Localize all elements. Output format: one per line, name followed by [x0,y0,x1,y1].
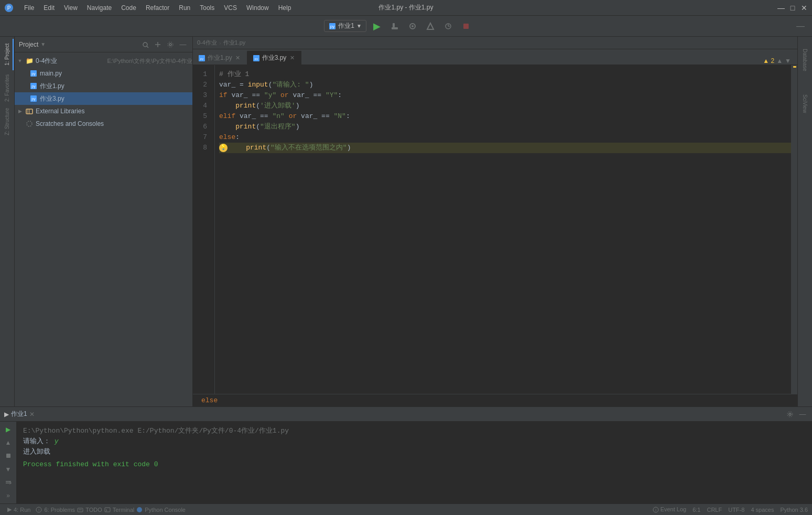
status-problems-button[interactable]: ! 6: Problems [36,507,75,513]
collapse-panel-button[interactable]: — [178,39,188,50]
code-token: "输入不在选项范围之内" [270,143,347,153]
menu-edit[interactable]: Edit [39,3,59,13]
scroll-up-button[interactable]: ▲ [3,437,14,448]
project-panel-actions: — [140,39,188,50]
python-version[interactable]: Python 3.6 [780,507,808,513]
code-editor[interactable]: # 作业 1 var_ = input ( "请输入: " ) if var_ … [215,65,797,394]
run-output-panel[interactable]: E:\Python\Python\python.exe E:/Python/文件… [17,422,812,503]
sidebar-item-favorites[interactable]: 2: Favorites [1,72,14,104]
tree-item-scratches[interactable]: ▶ Scratches and Consoles [15,117,192,130]
expand-all-button[interactable] [153,39,163,50]
debug-button[interactable] [405,19,420,34]
editor-warning-bar: ▲ 2 ▲ ▼ [763,57,797,65]
tree-item-homework3-py[interactable]: py 作业3.py [15,92,192,105]
run-settings-button[interactable] [785,409,795,420]
rerun-button[interactable]: ▶ [3,424,14,435]
library-icon [25,107,34,115]
run-button[interactable]: ▶ [370,19,384,34]
menu-help[interactable]: Help [274,3,296,13]
tab-close-button[interactable]: ✕ [234,55,242,62]
warning-nav-down[interactable]: ▼ [785,57,791,65]
run-icon: ▶ [7,506,12,513]
menu-window[interactable]: Window [242,3,273,13]
maximize-window-button[interactable]: □ [789,4,796,12]
tab-homework1-py[interactable]: py 作业1.py ✕ [193,51,247,65]
scroll-down-button[interactable]: ▼ [3,464,14,475]
line-separator[interactable]: CRLF [707,507,722,513]
tree-item-main-py[interactable]: py main.py [15,67,192,80]
svg-text:py: py [330,24,334,29]
bottom-panel-content: ▶ ▲ ▼ » E:\Python\Python\python.exe E:/P… [0,422,812,503]
build-button[interactable] [387,19,402,34]
profile-button[interactable] [441,19,456,34]
run-tab-close-button[interactable]: ✕ [29,411,35,418]
tree-item-homework1-py[interactable]: py 作业1.py [15,80,192,92]
locate-file-button[interactable] [140,39,150,50]
settings-button[interactable] [165,39,176,50]
run-configuration-selector[interactable]: py 作业1 ▼ [324,20,366,32]
indent-setting[interactable]: 4 spaces [751,507,774,513]
run-with-coverage-button[interactable] [423,19,438,34]
file-encoding[interactable]: UTF-8 [728,507,744,513]
sciview-tab[interactable]: SciView [799,83,811,125]
project-panel-title: Project ▼ [19,41,46,48]
line-number-8: 8 [193,143,210,153]
code-token: else [219,132,235,143]
python-tab-icon: py [253,55,260,62]
svg-point-12 [143,42,147,47]
tree-item-label: main.py [40,70,192,77]
more-options-button[interactable]: » [3,490,14,501]
code-line-6: print ( "退出程序" ) [219,122,793,132]
sidebar-item-structure[interactable]: Z: Structure [1,106,14,137]
breadcrumb-root[interactable]: 0-4作业 [197,39,217,47]
code-token [230,143,246,153]
sidebar-item-project[interactable]: 1: Project [1,39,14,70]
python-file-icon: py [29,82,38,90]
svg-text:py: py [31,97,36,101]
menu-file[interactable]: File [20,3,38,13]
stop-button[interactable] [459,19,473,34]
status-run-button[interactable]: ▶ 4: Run [4,506,34,513]
menu-run[interactable]: Run [175,3,194,13]
status-terminal-button[interactable]: Terminal [104,507,135,513]
event-log-button[interactable]: i Event Log [653,506,687,513]
menu-tools[interactable]: Tools [196,3,219,13]
tree-item-label: 作业3.py [40,94,192,103]
menu-view[interactable]: View [60,3,82,13]
window-title: 作业1.py - 作业1.py [378,3,433,12]
run-panel-label: ▶ 作业1 ✕ [4,410,35,419]
menu-refactor[interactable]: Refactor [142,3,174,13]
warning-bulb-icon[interactable]: 💡 [219,144,228,152]
warning-nav-up[interactable]: ▲ [776,57,783,65]
tree-root-item[interactable]: ▼ 📁 0-4作业 E:\Python\文件夹\Py文件\0-4作业 [15,55,192,67]
database-tab[interactable]: Database [799,39,811,81]
minimize-panel-button[interactable]: — [793,19,808,34]
tab-close-button[interactable]: ✕ [288,55,296,62]
code-token: == [309,90,326,101]
python-file-icon: py [29,69,38,78]
tree-item-external-libs[interactable]: ▶ External Libraries [15,105,192,117]
code-token: : [338,90,342,101]
tab-homework3-py[interactable]: py 作业3.py ✕ [247,51,302,65]
tree-expand-icon: ▼ [17,58,23,64]
title-bar-left: P File Edit View Navigate Code Refactor … [4,3,295,13]
editor-content: 1 2 3 4 5 6 7 8 # 作业 1 var_ = input [193,65,797,394]
line-numbers-gutter: 1 2 3 4 5 6 7 8 [193,65,215,394]
line-number-1: 1 [193,69,210,80]
menu-code[interactable]: Code [117,3,140,13]
editor-vertical-scrollbar[interactable] [791,65,797,394]
left-panel-tabs: 1: Project 2: Favorites Z: Structure [0,37,15,406]
close-run-panel-button[interactable]: — [797,409,808,420]
status-terminal-label: Terminal [113,507,135,513]
status-python-console-button[interactable]: Python Console [136,507,186,513]
status-todo-button[interactable]: TODO [77,507,102,513]
project-dropdown-icon[interactable]: ▼ [40,41,46,47]
stop-run-button[interactable] [3,450,14,462]
menu-navigate[interactable]: Navigate [83,3,116,13]
bottom-panel: ▶ 作业1 ✕ — ▶ ▲ ▼ » E:\Pyt [0,406,812,503]
wrap-output-button[interactable] [3,477,14,488]
minimize-window-button[interactable]: — [777,4,785,12]
menu-vcs[interactable]: VCS [220,3,241,13]
close-window-button[interactable]: ✕ [800,4,808,12]
breadcrumb-file[interactable]: 作业1.py [223,39,246,47]
